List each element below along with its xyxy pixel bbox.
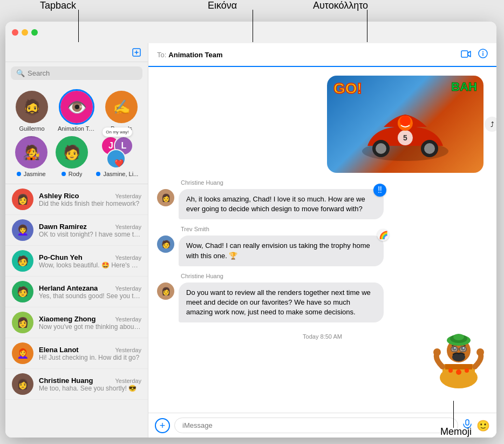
conv-avatar-dawn: 👩‍🦱 — [12, 219, 33, 241]
avatar-wrapper-jasmine: 🧑‍🎤 Can't wait to see you! — [15, 136, 47, 169]
conv-item-elena[interactable]: 👩‍🦰 Elena Lanot Yesterday Hi! Just check… — [5, 338, 148, 369]
svg-point-17 — [448, 368, 453, 373]
message-row-christine1: 👩 Ah, it looks amazing, Chad! I love it … — [157, 189, 488, 219]
avatar-wrapper-rody: 🧑 — [56, 136, 88, 169]
svg-point-19 — [433, 348, 441, 356]
search-input[interactable] — [28, 69, 137, 77]
conv-time-christine: Yesterday — [115, 378, 141, 384]
svg-rect-1 — [461, 51, 468, 57]
chat-header: To: Animation Team — [148, 43, 496, 67]
tapback-exclamation[interactable]: ‼️ — [373, 184, 386, 197]
pinned-section: 🧔 Guillermo 👁️ Animation Team ✍️ Pe — [5, 84, 148, 184]
svg-text:5: 5 — [403, 133, 407, 142]
group-unread-dot — [96, 172, 100, 176]
info-icon[interactable] — [478, 49, 488, 61]
conv-item-herland[interactable]: 🧑 Herland Antezana Yesterday Yes, that s… — [5, 277, 148, 307]
conv-info-xiaomeng: Xiaomeng Zhong Yesterday Now you've got … — [39, 315, 141, 331]
search-bar[interactable]: 🔍 — [11, 66, 142, 80]
avatar-penpals: ✍️ — [105, 91, 138, 123]
svg-point-3 — [482, 51, 483, 52]
conv-info-pochun: Po-Chun Yeh Yesterday Wow, looks beautif… — [39, 253, 141, 269]
msg-avatar-christine2: 👩 — [157, 282, 174, 300]
rody-dot-row: Rody — [62, 171, 83, 177]
conv-time-herland: Yesterday — [115, 285, 141, 292]
pinned-contact-group[interactable]: On my way! J L ❤️ Jasmine, Li... — [96, 136, 138, 177]
memoji-svg — [432, 324, 486, 388]
video-call-icon[interactable] — [461, 49, 472, 60]
message-group-trev: Trev Smith 🧑 Wow, Chad! I can really env… — [157, 226, 488, 266]
tapback-rainbow[interactable]: 🌈 — [377, 229, 389, 241]
imessage-input[interactable] — [174, 418, 458, 433]
image-message-container: GO! BAH — [327, 76, 483, 173]
message-sender-trev: Trev Smith — [181, 226, 488, 232]
avatar-wrapper-penpals: ✍️ — [105, 91, 138, 123]
message-group-christine2: Christine Huang 👩 Do you want to review … — [157, 273, 488, 323]
maximize-button[interactable] — [31, 29, 38, 36]
traffic-lights — [12, 29, 38, 36]
pinned-contact-guillermo[interactable]: 🧔 Guillermo — [16, 91, 48, 132]
conv-name-ashley: Ashley Rico — [39, 192, 79, 200]
minimize-button[interactable] — [22, 29, 28, 36]
group-avatar: On my way! J L ❤️ — [101, 136, 133, 169]
jasmine-unread-dot — [17, 172, 21, 176]
conv-name-christine: Christine Huang — [39, 376, 93, 385]
conv-preview-pochun: Wow, looks beautiful. 🤩 Here's a photo o… — [39, 261, 141, 269]
conv-item-pochun[interactable]: 🧑 Po-Chun Yeh Yesterday Wow, looks beaut… — [5, 246, 148, 277]
group-avatar-3: ❤️ — [106, 149, 126, 169]
pinned-name-jasmine: Jasmine — [24, 171, 46, 177]
conv-name-herland: Herland Antezana — [39, 284, 98, 292]
svg-point-29 — [453, 334, 464, 340]
jasmine-dot-row: Jasmine — [17, 171, 46, 177]
conv-item-dawn[interactable]: 👩‍🦱 Dawn Ramirez Yesterday OK to visit t… — [5, 215, 148, 246]
conv-header-ashley: Ashley Rico Yesterday — [39, 192, 141, 200]
conv-time-elena: Yesterday — [115, 347, 141, 353]
chat-header-right — [461, 49, 488, 61]
conv-avatar-pochun: 🧑 — [12, 250, 33, 272]
pinned-row-2: 🧑‍🎤 Can't wait to see you! Jasmine 🧑 — [5, 134, 148, 179]
conv-header-xiaomeng: Xiaomeng Zhong Yesterday — [39, 315, 141, 323]
pinned-contact-penpals[interactable]: ✍️ Penpals — [105, 91, 138, 132]
svg-point-12 — [400, 116, 411, 126]
conv-avatar-christine: 👩 — [12, 373, 33, 395]
avatar-guillermo: 🧔 — [16, 91, 48, 123]
conv-item-xiaomeng[interactable]: 👩 Xiaomeng Zhong Yesterday Now you've go… — [5, 307, 148, 338]
memoji-container — [432, 324, 486, 383]
memoji-figure — [432, 324, 486, 399]
conv-name-elena: Elena Lanot — [39, 346, 79, 354]
conv-avatar-ashley: 👩 — [12, 189, 33, 210]
group-bubble: On my way! — [103, 127, 132, 137]
conv-name-pochun: Po-Chun Yeh — [39, 253, 83, 261]
emoji-button[interactable]: 🙂 — [476, 419, 490, 432]
pinned-contact-jasmine[interactable]: 🧑‍🎤 Can't wait to see you! Jasmine — [15, 136, 47, 177]
conv-info-herland: Herland Antezana Yesterday Yes, that sou… — [39, 284, 141, 300]
plus-button[interactable]: + — [155, 418, 170, 433]
avatar-wrapper-group: On my way! J L ❤️ — [101, 136, 133, 169]
conv-preview-dawn: OK to visit tonight? I have some things … — [39, 231, 141, 238]
sticker-bah: BAH — [451, 80, 477, 94]
annotation-image: Εικόνα — [208, 0, 237, 11]
chat-to-name: Animation Team — [168, 51, 222, 59]
conv-info-elena: Elena Lanot Yesterday Hi! Just checking … — [39, 346, 141, 361]
svg-point-16 — [456, 369, 461, 375]
svg-point-8 — [424, 143, 435, 154]
compose-button[interactable] — [132, 48, 141, 57]
pinned-contact-rody[interactable]: 🧑 Rody — [56, 136, 88, 177]
conv-item-ashley[interactable]: 👩 Ashley Rico Yesterday Did the kids fin… — [5, 184, 148, 215]
bubble-christine1: Ah, it looks amazing, Chad! I love it so… — [179, 189, 384, 219]
svg-rect-15 — [445, 364, 472, 369]
svg-rect-33 — [466, 420, 469, 425]
sticker-go: GO! — [333, 80, 362, 97]
close-button[interactable] — [12, 29, 18, 36]
share-button[interactable]: ⤴ — [485, 117, 496, 132]
conv-preview-xiaomeng: Now you've got me thinking about my next… — [39, 323, 141, 331]
conv-item-christine[interactable]: 👩 Christine Huang Yesterday Me too, haha… — [5, 369, 148, 400]
svg-rect-31 — [460, 347, 466, 352]
conv-avatar-xiaomeng: 👩 — [12, 312, 33, 333]
avatar-wrapper-animation-team: 👁️ — [60, 91, 93, 123]
conv-header-herland: Herland Antezana Yesterday — [39, 284, 141, 292]
conv-avatar-herland: 🧑 — [12, 281, 33, 302]
pinned-contact-animation-team[interactable]: 👁️ Animation Team — [58, 91, 96, 132]
conv-preview-elena: Hi! Just checking in. How did it go? — [39, 354, 141, 361]
svg-rect-30 — [451, 347, 458, 352]
audio-button[interactable] — [462, 419, 472, 432]
